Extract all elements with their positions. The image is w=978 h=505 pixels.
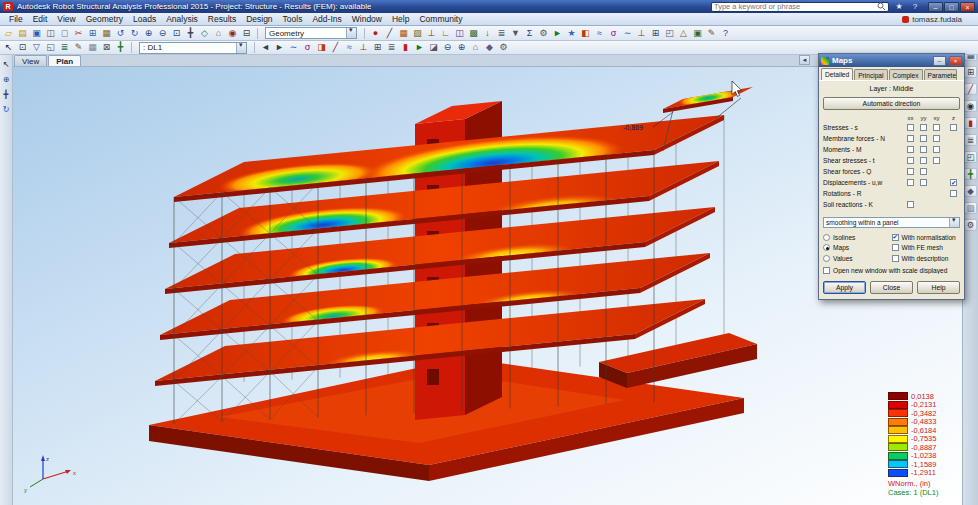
- app-options-icon[interactable]: ⚙: [964, 219, 977, 231]
- menu-item[interactable]: Loads: [128, 13, 161, 26]
- loads-icon[interactable]: ↓: [481, 27, 494, 40]
- map-component-checkbox[interactable]: [920, 179, 927, 186]
- checkbox-icon[interactable]: [892, 244, 899, 251]
- maximize-button[interactable]: □: [944, 2, 959, 12]
- map-component-checkbox[interactable]: [920, 168, 927, 175]
- tab-principal[interactable]: Principal: [854, 69, 887, 80]
- zoom-previous-icon[interactable]: ⊖: [441, 41, 454, 54]
- check-with-fe-mesh[interactable]: With FE mesh: [892, 244, 961, 252]
- edit-mode-icon[interactable]: ✎: [72, 41, 85, 54]
- geometry-combo[interactable]: Geometry: [265, 27, 357, 39]
- section-pane-icon[interactable]: ╱: [964, 83, 977, 95]
- select-all-icon[interactable]: ⊡: [16, 41, 29, 54]
- diagrams-icon[interactable]: ≈: [593, 27, 606, 40]
- map-component-checkbox[interactable]: [907, 157, 914, 164]
- help-icon[interactable]: ?: [909, 2, 921, 11]
- map-component-checkbox[interactable]: [907, 168, 914, 175]
- menu-item[interactable]: View: [52, 13, 80, 26]
- map-z-checkbox[interactable]: [950, 179, 957, 186]
- view-3d-icon[interactable]: ◇: [198, 27, 211, 40]
- layers-icon[interactable]: ◪: [427, 41, 440, 54]
- open-project-icon[interactable]: ▤: [16, 27, 29, 40]
- zoom-next-icon[interactable]: ⊕: [455, 41, 468, 54]
- map-component-checkbox[interactable]: [920, 146, 927, 153]
- print-preview-icon[interactable]: ◻: [58, 27, 71, 40]
- panel-maps-icon[interactable]: ◨: [315, 41, 328, 54]
- bar-stresses-icon[interactable]: σ: [301, 41, 314, 54]
- checkbox-icon[interactable]: [892, 234, 899, 241]
- map-component-checkbox[interactable]: [933, 157, 940, 164]
- menu-item[interactable]: File: [4, 13, 28, 26]
- zoom-window-icon[interactable]: ⊡: [170, 27, 183, 40]
- display-options-icon[interactable]: ⚙: [497, 41, 510, 54]
- map-component-checkbox[interactable]: [907, 179, 914, 186]
- case-prev-icon[interactable]: ◄: [259, 41, 272, 54]
- render-pane-icon[interactable]: ◆: [964, 185, 977, 197]
- search-box[interactable]: [711, 2, 889, 12]
- load-case-combo[interactable]: : DL1: [139, 42, 247, 54]
- dropdown-arrow-icon[interactable]: [949, 218, 959, 227]
- materials-icon[interactable]: ▩: [467, 27, 480, 40]
- view-manager-icon[interactable]: ◱: [44, 41, 57, 54]
- selection-arrow-icon[interactable]: ↖: [2, 41, 15, 54]
- object-inspector-icon[interactable]: ≣: [58, 41, 71, 54]
- smoothing-combo[interactable]: smoothing within a panel: [823, 217, 960, 228]
- help-button[interactable]: Help: [917, 281, 960, 294]
- calculator-icon[interactable]: ⊟: [240, 27, 253, 40]
- menu-item[interactable]: Window: [347, 13, 387, 26]
- checkbox-icon[interactable]: [892, 255, 899, 262]
- map-legend-icon[interactable]: ▮: [399, 41, 412, 54]
- rc-design-icon[interactable]: ▣: [691, 27, 704, 40]
- supports-icon[interactable]: ⊥: [425, 27, 438, 40]
- radio-icon[interactable]: [823, 234, 830, 241]
- radio-isolines[interactable]: Isolines: [823, 233, 892, 241]
- radio-icon[interactable]: [823, 244, 830, 251]
- apply-button[interactable]: Apply: [823, 281, 866, 294]
- radio-icon[interactable]: [823, 255, 830, 262]
- rotate-view-icon[interactable]: ↻: [1, 104, 12, 115]
- combinations-icon[interactable]: Σ: [523, 27, 536, 40]
- case-next-icon[interactable]: ►: [273, 41, 286, 54]
- map-component-checkbox[interactable]: [920, 157, 927, 164]
- reactions-view-icon[interactable]: ⊥: [357, 41, 370, 54]
- grid-toggle-icon[interactable]: ▨: [964, 202, 977, 214]
- redo-icon[interactable]: ↻: [128, 27, 141, 40]
- initial-view-icon[interactable]: ⌂: [212, 27, 225, 40]
- copy-icon[interactable]: ⊞: [86, 27, 99, 40]
- axes-toggle-icon[interactable]: ╋: [964, 168, 977, 180]
- panel-cuts-icon[interactable]: ╱: [329, 41, 342, 54]
- save-project-icon[interactable]: ▣: [30, 27, 43, 40]
- self-weight-icon[interactable]: ▼: [509, 27, 522, 40]
- map-component-checkbox[interactable]: [907, 201, 914, 208]
- screen-capture-icon[interactable]: ◉: [226, 27, 239, 40]
- new-project-icon[interactable]: ▱: [2, 27, 15, 40]
- menu-item[interactable]: Tools: [278, 13, 308, 26]
- radio-maps[interactable]: Maps: [823, 244, 892, 252]
- render-mode-icon[interactable]: ◆: [483, 41, 496, 54]
- releases-icon[interactable]: ∟: [439, 27, 452, 40]
- print-icon[interactable]: ◫: [44, 27, 57, 40]
- search-input[interactable]: [714, 2, 875, 11]
- menu-item[interactable]: Help: [387, 13, 414, 26]
- pan-hand-icon[interactable]: ╋: [1, 89, 12, 100]
- menu-item[interactable]: Geometry: [81, 13, 128, 26]
- automatic-direction-button[interactable]: Automatic direction: [823, 97, 960, 110]
- screen-layout-icon[interactable]: ◰: [663, 27, 676, 40]
- tables-pane-icon[interactable]: ≣: [964, 134, 977, 146]
- map-component-checkbox[interactable]: [907, 146, 914, 153]
- full-view-icon[interactable]: ⌂: [469, 41, 482, 54]
- help-topics-icon[interactable]: ?: [719, 27, 732, 40]
- animate-results-icon[interactable]: ►: [413, 41, 426, 54]
- zoom-out-icon[interactable]: ⊖: [156, 27, 169, 40]
- menu-item[interactable]: Edit: [28, 13, 53, 26]
- paste-icon[interactable]: ▦: [100, 27, 113, 40]
- map-z-checkbox[interactable]: [950, 190, 957, 197]
- minimize-button[interactable]: –: [928, 2, 943, 12]
- map-component-checkbox[interactable]: [933, 135, 940, 142]
- zoom-dynamic-icon[interactable]: ⊕: [1, 74, 12, 85]
- menu-item[interactable]: Design: [241, 13, 277, 26]
- display-filters-icon[interactable]: ▽: [30, 41, 43, 54]
- menu-item[interactable]: Add-Ins: [307, 13, 346, 26]
- grid-step-icon[interactable]: ▦: [86, 41, 99, 54]
- map-component-checkbox[interactable]: [933, 124, 940, 131]
